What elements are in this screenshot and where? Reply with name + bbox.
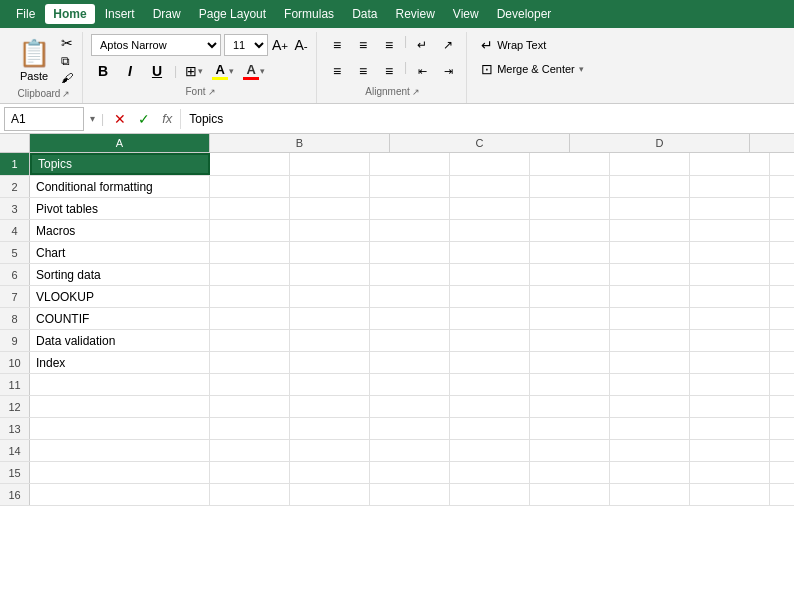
- cell[interactable]: [370, 462, 450, 483]
- cell[interactable]: [530, 198, 610, 219]
- cell[interactable]: [210, 396, 290, 417]
- cell[interactable]: [290, 462, 370, 483]
- formula-input[interactable]: [185, 110, 790, 128]
- row-number[interactable]: 12: [0, 396, 30, 417]
- cell[interactable]: [210, 374, 290, 395]
- cell[interactable]: [210, 330, 290, 351]
- cell[interactable]: [210, 198, 290, 219]
- cell[interactable]: [210, 484, 290, 505]
- cell[interactable]: [530, 352, 610, 373]
- cell[interactable]: [290, 176, 370, 197]
- cell[interactable]: [530, 374, 610, 395]
- row-number[interactable]: 1: [0, 153, 30, 175]
- align-top-button[interactable]: ≡: [325, 34, 349, 56]
- cell[interactable]: [210, 176, 290, 197]
- clipboard-dialog-launcher[interactable]: ↗: [62, 89, 70, 99]
- cell[interactable]: [690, 462, 770, 483]
- increase-indent-button[interactable]: ⇥: [436, 60, 460, 82]
- cell[interactable]: [450, 374, 530, 395]
- cell[interactable]: [610, 462, 690, 483]
- angle-text-button[interactable]: ↗: [436, 34, 460, 56]
- cell[interactable]: Index: [30, 352, 210, 373]
- cell[interactable]: [290, 418, 370, 439]
- cell[interactable]: [30, 396, 210, 417]
- menu-formulas[interactable]: Formulas: [276, 4, 342, 24]
- cell[interactable]: [690, 374, 770, 395]
- font-size-select[interactable]: 11: [224, 34, 268, 56]
- cell[interactable]: [610, 440, 690, 461]
- cell[interactable]: [450, 242, 530, 263]
- cell[interactable]: [450, 286, 530, 307]
- cell[interactable]: [530, 418, 610, 439]
- cell[interactable]: [450, 153, 530, 175]
- cell[interactable]: [370, 330, 450, 351]
- cell[interactable]: [610, 153, 690, 175]
- cell[interactable]: COUNTIF: [30, 308, 210, 329]
- format-painter-button[interactable]: 🖌: [58, 70, 76, 86]
- italic-button[interactable]: I: [118, 60, 142, 82]
- menu-file[interactable]: File: [8, 4, 43, 24]
- cell[interactable]: [450, 396, 530, 417]
- font-color-dropdown-icon[interactable]: ▾: [260, 66, 265, 76]
- row-number[interactable]: 8: [0, 308, 30, 329]
- cell-reference-box[interactable]: A1: [4, 107, 84, 131]
- menu-page-layout[interactable]: Page Layout: [191, 4, 274, 24]
- cell[interactable]: [530, 264, 610, 285]
- cut-button[interactable]: ✂: [58, 34, 76, 52]
- menu-data[interactable]: Data: [344, 4, 385, 24]
- cell[interactable]: [450, 440, 530, 461]
- row-number[interactable]: 3: [0, 198, 30, 219]
- fill-color-dropdown-icon[interactable]: ▾: [229, 66, 234, 76]
- row-number[interactable]: 4: [0, 220, 30, 241]
- cell[interactable]: [210, 286, 290, 307]
- cell[interactable]: [610, 352, 690, 373]
- cell[interactable]: [210, 462, 290, 483]
- cell[interactable]: [290, 484, 370, 505]
- align-bottom-button[interactable]: ≡: [377, 34, 401, 56]
- cell[interactable]: [690, 286, 770, 307]
- border-dropdown-icon[interactable]: ▾: [198, 66, 203, 76]
- cell[interactable]: [690, 418, 770, 439]
- cell[interactable]: [370, 374, 450, 395]
- col-header-D[interactable]: D: [570, 134, 750, 152]
- underline-button[interactable]: U: [145, 60, 169, 82]
- cell[interactable]: [290, 264, 370, 285]
- cell[interactable]: [370, 198, 450, 219]
- cell[interactable]: [30, 418, 210, 439]
- merge-center-button[interactable]: ⊡ Merge & Center ▾: [475, 58, 590, 80]
- cell[interactable]: [690, 484, 770, 505]
- cell[interactable]: [30, 440, 210, 461]
- cell[interactable]: [690, 396, 770, 417]
- cell[interactable]: [610, 418, 690, 439]
- cell[interactable]: [370, 352, 450, 373]
- cell[interactable]: [370, 264, 450, 285]
- fill-color-button[interactable]: A ▾: [209, 60, 237, 82]
- menu-view[interactable]: View: [445, 4, 487, 24]
- cell[interactable]: [290, 330, 370, 351]
- cell[interactable]: [290, 352, 370, 373]
- cell-ref-dropdown[interactable]: ▾: [90, 113, 95, 124]
- border-button[interactable]: ⊞ ▾: [182, 60, 206, 82]
- cell[interactable]: [530, 396, 610, 417]
- cell[interactable]: [530, 330, 610, 351]
- cell[interactable]: [370, 286, 450, 307]
- align-center-button[interactable]: ≡: [351, 60, 375, 82]
- cell[interactable]: [690, 176, 770, 197]
- cancel-formula-icon[interactable]: ✕: [110, 111, 130, 127]
- cell[interactable]: [450, 330, 530, 351]
- fx-button[interactable]: fx: [158, 111, 176, 126]
- cell[interactable]: [610, 286, 690, 307]
- cell[interactable]: [530, 153, 610, 175]
- cell[interactable]: [370, 308, 450, 329]
- cell[interactable]: [210, 418, 290, 439]
- row-number[interactable]: 16: [0, 484, 30, 505]
- cell[interactable]: [290, 308, 370, 329]
- cell[interactable]: [690, 153, 770, 175]
- cell[interactable]: [370, 418, 450, 439]
- wrap-text-inline-button[interactable]: ↵: [410, 34, 434, 56]
- cell[interactable]: [290, 198, 370, 219]
- decrease-font-size-button[interactable]: A-: [292, 36, 310, 54]
- row-number[interactable]: 15: [0, 462, 30, 483]
- paste-button[interactable]: 📋 Paste: [12, 34, 56, 86]
- col-header-A[interactable]: A: [30, 134, 210, 152]
